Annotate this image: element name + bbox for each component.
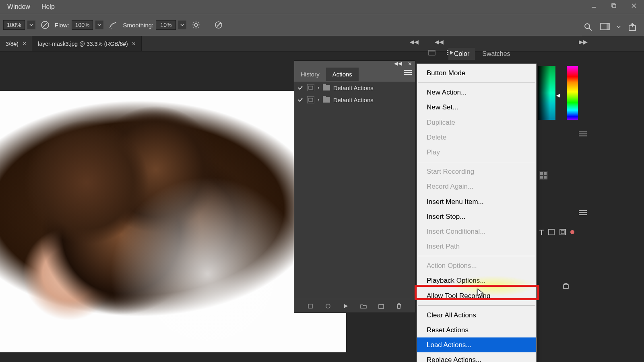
opacity-value[interactable]: 100%	[3, 20, 25, 30]
maximize-button[interactable]	[604, 0, 624, 11]
context-menu-item: Duplicate	[417, 115, 536, 130]
panel-collapse-left-icon[interactable]: ◀◀	[435, 39, 444, 45]
panel-expand-right-icon[interactable]: ▶▶	[579, 39, 588, 45]
close-tab-icon[interactable]: ×	[132, 40, 136, 47]
context-menu-item[interactable]: New Action...	[417, 85, 536, 100]
options-bar: 100% Flow: 100% Smoothing: 10%	[0, 14, 644, 36]
context-menu-item: Insert Path	[417, 239, 536, 254]
actions-panel: ◀◀ × History Actions › Default Actions ›…	[294, 60, 415, 313]
toggle-dialog-icon[interactable]	[307, 96, 314, 103]
folder-icon	[323, 85, 330, 90]
expand-caret-icon[interactable]: ›	[318, 97, 320, 103]
context-menu-item[interactable]: Button Mode	[417, 66, 536, 80]
svg-rect-47	[309, 98, 313, 101]
close-tab-icon[interactable]: ×	[23, 40, 26, 47]
context-menu-separator	[418, 82, 535, 83]
shape-tool-icon[interactable]	[548, 228, 555, 237]
color-field-overlay	[538, 66, 555, 120]
svg-point-49	[326, 304, 330, 308]
svg-rect-50	[379, 304, 384, 309]
options-bar-right	[582, 16, 643, 38]
hue-slider-thumb-icon[interactable]: ◀	[556, 93, 560, 98]
airbrush-icon[interactable]	[107, 19, 119, 31]
toggle-check-icon[interactable]	[297, 96, 304, 103]
trash-icon[interactable]	[395, 302, 402, 310]
svg-line-21	[589, 28, 592, 31]
search-icon[interactable]	[582, 21, 594, 33]
context-menu-item[interactable]: Replace Actions...	[417, 352, 536, 362]
record-icon[interactable]	[324, 302, 332, 310]
workspace-switcher-icon[interactable]	[599, 21, 611, 33]
panel-menu-icon[interactable]	[579, 210, 587, 216]
panel-collapse-icon[interactable]: ◀◀	[394, 60, 402, 66]
tab-actions[interactable]: Actions	[326, 68, 359, 81]
history-collapsed-icon[interactable]	[427, 48, 436, 57]
stop-icon[interactable]	[307, 302, 314, 310]
svg-rect-40	[560, 229, 566, 235]
context-menu-item[interactable]: New Set...	[417, 100, 536, 115]
action-set-row[interactable]: › Default Actions	[294, 82, 415, 94]
close-window-button[interactable]	[624, 0, 644, 11]
svg-point-6	[115, 22, 116, 23]
context-menu-separator	[418, 305, 535, 306]
action-set-label: Default Actions	[333, 84, 374, 91]
actions-list: › Default Actions › Default Actions	[294, 82, 415, 299]
context-menu-item: Play	[417, 145, 536, 160]
symmetry-icon[interactable]	[213, 19, 224, 31]
thumbnail-size-icon[interactable]	[539, 171, 548, 180]
svg-line-15	[198, 27, 199, 28]
smoothing-options-icon[interactable]	[190, 19, 202, 31]
tab-history[interactable]: History	[294, 68, 326, 81]
svg-rect-32	[540, 172, 543, 175]
svg-point-9	[194, 23, 198, 27]
context-menu-item[interactable]: Clear All Actions	[417, 308, 536, 323]
context-menu-item[interactable]: Playback Options...	[417, 273, 536, 288]
expand-caret-icon[interactable]: ›	[318, 84, 320, 91]
svg-point-7	[109, 27, 110, 28]
toggle-check-icon[interactable]	[297, 84, 304, 91]
hue-slider[interactable]	[567, 66, 578, 120]
workspace-chevron-icon[interactable]	[616, 21, 621, 33]
context-menu-item[interactable]: Allow Tool Recording	[417, 288, 536, 303]
context-menu-item: Record Again...	[417, 179, 536, 194]
toggle-dialog-icon[interactable]	[307, 84, 314, 91]
opacity-dropdown[interactable]	[27, 21, 35, 29]
flow-value[interactable]: 100%	[72, 20, 93, 30]
context-menu-item[interactable]: Load Actions...	[417, 337, 536, 352]
panel-menu-icon[interactable]	[579, 131, 587, 137]
document-tab-label: layer-mask3.jpg @ 33.3% (RGB/8#)	[38, 41, 128, 47]
layer-effects-dot-icon	[570, 230, 574, 234]
context-menu-item[interactable]: Insert Stop...	[417, 209, 536, 224]
tab-swatches[interactable]: Swatches	[477, 48, 516, 60]
lock-icon[interactable]	[563, 282, 569, 289]
document-tab-0[interactable]: 3/8#) ×	[0, 36, 32, 51]
svg-rect-2	[613, 4, 616, 8]
panel-collapse-left-icon[interactable]: ◀◀	[410, 39, 419, 45]
svg-rect-39	[549, 229, 554, 235]
smoothing-dropdown[interactable]	[178, 21, 186, 29]
color-panel-group: Color Swatches	[425, 47, 586, 61]
menu-help[interactable]: Help	[37, 1, 60, 13]
svg-rect-25	[429, 50, 435, 55]
svg-rect-41	[561, 230, 564, 234]
play-icon[interactable]	[342, 302, 349, 310]
panel-menu-icon[interactable]	[404, 70, 412, 76]
new-set-icon[interactable]	[360, 302, 367, 310]
context-menu-item: Delete	[417, 130, 536, 145]
action-set-row[interactable]: › Default Actions	[294, 94, 415, 106]
type-tool-icon[interactable]: T	[539, 228, 544, 237]
minimize-button[interactable]	[584, 0, 604, 11]
context-menu-item[interactable]: Reset Actions	[417, 323, 536, 337]
actions-collapsed-icon[interactable]	[446, 48, 455, 57]
context-menu-item[interactable]: Insert Menu Item...	[417, 194, 536, 209]
document-tab-1[interactable]: layer-mask3.jpg @ 33.3% (RGB/8#) ×	[32, 36, 142, 51]
smart-object-icon[interactable]	[559, 228, 566, 237]
smoothing-label: Smoothing:	[123, 22, 153, 29]
share-icon[interactable]	[626, 21, 638, 33]
menu-window[interactable]: Window	[2, 1, 35, 13]
flow-dropdown[interactable]	[95, 21, 103, 29]
pressure-opacity-icon[interactable]	[39, 19, 51, 31]
context-menu-item: Insert Conditional...	[417, 224, 536, 239]
smoothing-value[interactable]: 10%	[156, 20, 176, 30]
new-action-icon[interactable]	[378, 302, 385, 310]
